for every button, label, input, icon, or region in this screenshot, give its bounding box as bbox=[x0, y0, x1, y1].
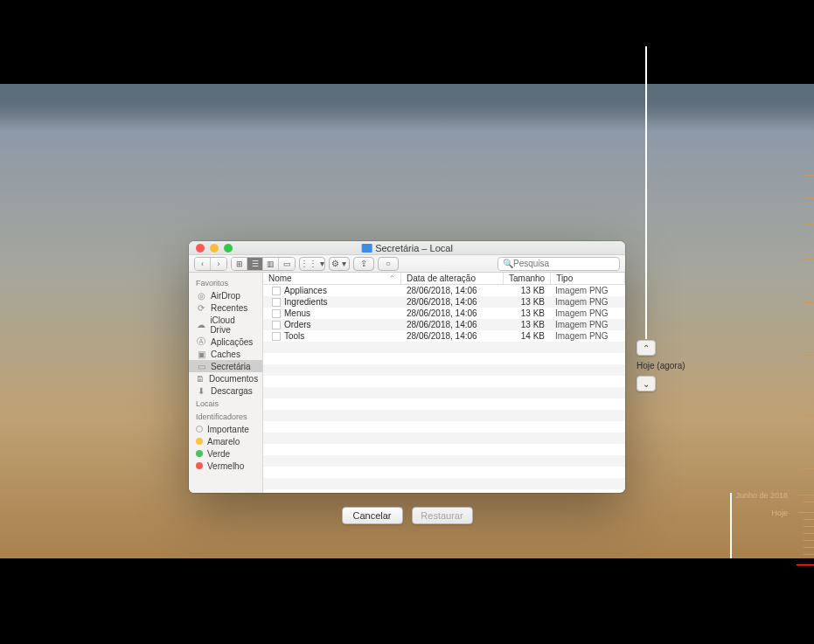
tags-button[interactable]: ○ bbox=[378, 257, 399, 271]
sidebar-item-aplicacoes[interactable]: ⒶAplicações bbox=[189, 336, 262, 348]
sidebar-item-descargas[interactable]: ⬇Descargas bbox=[189, 384, 262, 397]
col-date[interactable]: Data de alteração bbox=[401, 273, 504, 284]
table-row[interactable]: Orders28/06/2018, 14:0613 KBImagem PNG bbox=[263, 319, 625, 330]
sidebar-tag-verde[interactable]: Verde bbox=[189, 447, 262, 460]
tag-dot-icon bbox=[196, 462, 203, 469]
file-icon bbox=[272, 332, 281, 341]
file-date: 28/06/2018, 14:06 bbox=[401, 320, 504, 329]
sidebar-tag-amarelo[interactable]: Amarelo bbox=[189, 435, 262, 447]
tag-dot-icon bbox=[196, 450, 203, 457]
file-name: Tools bbox=[284, 331, 304, 341]
table-row-empty bbox=[263, 342, 625, 353]
letterbox-bottom bbox=[0, 558, 814, 644]
table-row-empty bbox=[263, 376, 625, 387]
file-date: 28/06/2018, 14:06 bbox=[401, 297, 504, 307]
file-size: 13 KB bbox=[504, 297, 550, 307]
forward-button[interactable]: › bbox=[211, 258, 226, 270]
arrange-button[interactable]: ⋮⋮ ▾ bbox=[299, 257, 325, 271]
file-rows[interactable]: Appliances28/06/2018, 14:0613 KBImagem P… bbox=[263, 285, 625, 493]
file-kind: Imagem PNG bbox=[550, 286, 625, 295]
table-row-empty bbox=[263, 353, 625, 364]
view-icons-button[interactable]: ⊞ bbox=[232, 258, 247, 270]
search-icon: 🔍 bbox=[503, 259, 513, 268]
table-row[interactable]: Ingredients28/06/2018, 14:0613 KBImagem … bbox=[263, 296, 625, 308]
airdrop-icon: ◎ bbox=[196, 291, 206, 300]
sidebar-item-airdrop[interactable]: ◎AirDrop bbox=[189, 289, 262, 301]
sidebar-heading-identificadores: Identificadores bbox=[189, 410, 262, 423]
folder-icon: ▣ bbox=[196, 350, 206, 358]
file-name: Menus bbox=[284, 308, 310, 318]
sidebar-item-caches[interactable]: ▣Caches bbox=[189, 348, 262, 360]
cloud-icon: ☁ bbox=[196, 321, 205, 329]
file-size: 13 KB bbox=[504, 320, 550, 329]
file-date: 28/06/2018, 14:06 bbox=[401, 308, 504, 318]
file-date: 28/06/2018, 14:06 bbox=[401, 331, 504, 341]
sidebar: Favoritos ◎AirDrop ⟳Recentes ☁iCloud Dri… bbox=[189, 273, 263, 493]
search-field[interactable]: 🔍 bbox=[497, 257, 620, 271]
minimize-icon[interactable] bbox=[210, 244, 219, 253]
documents-icon: 🗎 bbox=[196, 374, 205, 383]
file-size: 13 KB bbox=[504, 308, 550, 318]
window-title: Secretária – Local bbox=[361, 243, 453, 253]
file-date: 28/06/2018, 14:06 bbox=[401, 286, 504, 295]
view-switcher: ⊞ ☰ ▥ ▭ bbox=[231, 257, 296, 271]
view-columns-button[interactable]: ▥ bbox=[263, 258, 279, 270]
view-list-button[interactable]: ☰ bbox=[247, 258, 263, 270]
table-row-empty bbox=[263, 455, 625, 467]
timeline-nav: ⌃ Hoje (agora) ⌄ bbox=[637, 340, 685, 391]
tag-dot-icon bbox=[196, 438, 203, 445]
column-headers: Nome⌃ Data de alteração Tamanho Tipo bbox=[263, 273, 625, 285]
table-row[interactable]: Menus28/06/2018, 14:0613 KBImagem PNG bbox=[263, 308, 625, 319]
table-row-empty bbox=[263, 421, 625, 433]
nav-buttons: ‹ › bbox=[194, 257, 227, 271]
col-kind[interactable]: Tipo bbox=[551, 273, 625, 284]
file-kind: Imagem PNG bbox=[550, 331, 625, 341]
table-row-empty bbox=[263, 387, 625, 398]
table-row-empty bbox=[263, 467, 625, 478]
share-button[interactable]: ⇪ bbox=[353, 257, 374, 271]
table-row-empty bbox=[263, 444, 625, 455]
table-row-empty bbox=[263, 433, 625, 444]
sidebar-tag-vermelho[interactable]: Vermelho bbox=[189, 460, 262, 472]
view-gallery-button[interactable]: ▭ bbox=[279, 258, 295, 270]
clock-icon: ⟳ bbox=[196, 303, 206, 312]
file-name: Orders bbox=[284, 320, 311, 329]
col-size[interactable]: Tamanho bbox=[504, 273, 551, 284]
titlebar[interactable]: Secretária – Local bbox=[189, 241, 625, 255]
back-button[interactable]: ‹ bbox=[195, 258, 211, 270]
table-row-empty bbox=[263, 364, 625, 376]
timeline-forward-button[interactable]: ⌄ bbox=[637, 376, 656, 391]
file-icon bbox=[272, 287, 281, 295]
table-row[interactable]: Tools28/06/2018, 14:0614 KBImagem PNG bbox=[263, 330, 625, 342]
callout-line bbox=[645, 46, 647, 339]
table-row-empty bbox=[263, 398, 625, 410]
file-icon bbox=[272, 298, 281, 307]
col-name[interactable]: Nome⌃ bbox=[263, 273, 401, 284]
file-icon bbox=[272, 309, 281, 318]
file-kind: Imagem PNG bbox=[550, 320, 625, 329]
search-input[interactable] bbox=[513, 259, 624, 268]
sort-ascending-icon: ⌃ bbox=[389, 274, 395, 282]
table-row-empty bbox=[263, 489, 625, 493]
sidebar-item-secretaria[interactable]: ▭Secretária bbox=[189, 360, 262, 372]
timeline-back-button[interactable]: ⌃ bbox=[637, 340, 656, 356]
restore-button[interactable]: Restaurar bbox=[412, 507, 473, 524]
folder-icon bbox=[361, 244, 372, 253]
sidebar-item-documentos[interactable]: 🗎Documentos bbox=[189, 372, 262, 384]
timeline-now-label: Hoje (agora) bbox=[637, 361, 685, 370]
letterbox-top bbox=[0, 0, 814, 84]
file-kind: Imagem PNG bbox=[550, 297, 625, 307]
sidebar-item-recentes[interactable]: ⟳Recentes bbox=[189, 301, 262, 314]
close-icon[interactable] bbox=[196, 244, 205, 253]
cancel-button[interactable]: Cancelar bbox=[342, 507, 403, 524]
file-name: Appliances bbox=[284, 286, 327, 295]
action-button[interactable]: ⚙ ▾ bbox=[329, 257, 350, 271]
sidebar-item-icloud[interactable]: ☁iCloud Drive bbox=[189, 314, 262, 336]
zoom-icon[interactable] bbox=[224, 244, 233, 253]
window-title-text: Secretária – Local bbox=[375, 243, 453, 253]
sidebar-tag-importante[interactable]: Importante bbox=[189, 423, 262, 435]
file-size: 14 KB bbox=[504, 331, 550, 341]
action-bar: Cancelar Restaurar bbox=[342, 507, 473, 524]
table-row[interactable]: Appliances28/06/2018, 14:0613 KBImagem P… bbox=[263, 285, 625, 296]
file-size: 13 KB bbox=[504, 286, 550, 295]
